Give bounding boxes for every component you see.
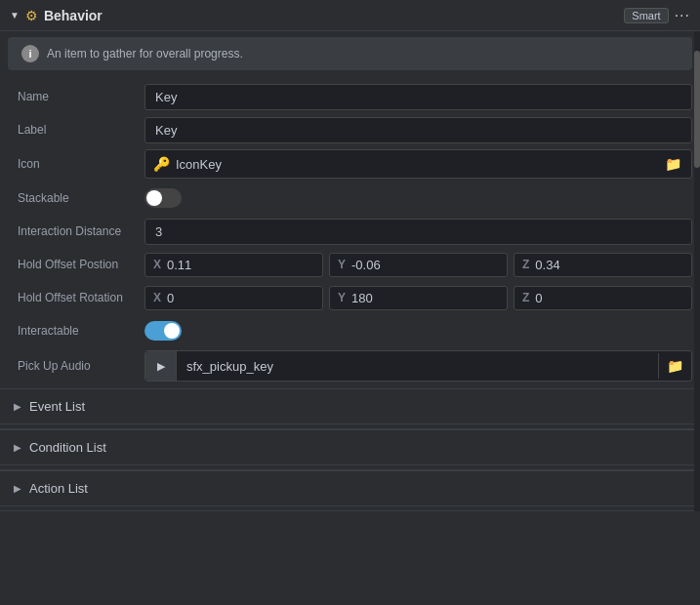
rotation-x-input[interactable] — [167, 291, 314, 305]
panel-header: ▼ ⚙ Behavior Smart ··· — [0, 0, 700, 31]
stackable-toggle-knob — [146, 190, 162, 206]
condition-list-header[interactable]: ▶ Condition List — [0, 429, 700, 465]
hold-offset-position-label: Hold Offset Postion — [8, 258, 144, 271]
interaction-distance-field-wrapper — [144, 219, 692, 245]
event-list-title: Event List — [29, 399, 85, 414]
action-list-section: ▶ Action List — [0, 470, 700, 511]
position-x-label: X — [153, 258, 161, 271]
position-x-field: X — [144, 253, 323, 277]
interaction-distance-label: Interaction Distance — [8, 224, 144, 238]
position-y-label: Y — [338, 258, 346, 271]
position-y-input[interactable] — [351, 258, 499, 272]
stackable-label: Stackable — [8, 191, 144, 205]
interactable-row: Interactable — [8, 314, 692, 347]
rotation-z-label: Z — [522, 291, 529, 304]
stackable-toggle[interactable] — [144, 188, 182, 208]
sections-container: ▶ Event List ▶ Condition List ▶ Action L… — [0, 388, 700, 511]
label-label: Label — [8, 123, 144, 137]
icon-field-wrapper: 🔑 IconKey 📁 — [144, 149, 692, 179]
label-input[interactable] — [144, 117, 692, 143]
rotation-y-label: Y — [338, 291, 346, 304]
stackable-row: Stackable — [8, 182, 692, 215]
pick-up-audio-field-wrapper: ▶ sfx_pickup_key 📁 — [144, 350, 692, 382]
event-list-arrow-icon: ▶ — [14, 401, 21, 412]
panel-title: Behavior — [44, 8, 618, 23]
name-row: Name — [8, 80, 692, 113]
name-field-wrapper — [144, 84, 692, 110]
rotation-z-input[interactable] — [535, 291, 683, 305]
label-row: Label — [8, 113, 692, 146]
rotation-y-input[interactable] — [351, 291, 499, 305]
interactable-toggle[interactable] — [144, 321, 182, 341]
interactable-label: Interactable — [8, 324, 144, 338]
condition-list-section: ▶ Condition List — [0, 429, 700, 470]
position-z-input[interactable] — [535, 258, 683, 272]
condition-list-arrow-icon: ▶ — [14, 442, 21, 453]
icon-preview: 🔑 — [153, 156, 170, 172]
icon-row: Icon 🔑 IconKey 📁 — [8, 146, 692, 182]
interactable-toggle-knob — [164, 323, 180, 339]
hold-offset-rotation-row: Hold Offset Rotation X Y Z — [8, 281, 692, 314]
stackable-toggle-wrapper — [144, 188, 692, 208]
interaction-distance-row: Interaction Distance — [8, 215, 692, 248]
position-y-field: Y — [329, 253, 508, 277]
behavior-icon: ⚙ — [25, 8, 38, 23]
info-text: An item to gather for overall progress. — [47, 47, 243, 60]
audio-folder-button[interactable]: 📁 — [658, 353, 691, 379]
condition-list-title: Condition List — [29, 440, 106, 455]
action-list-header[interactable]: ▶ Action List — [0, 470, 700, 506]
name-label: Name — [8, 90, 144, 103]
icon-name-text: IconKey — [176, 157, 657, 172]
rotation-y-field: Y — [329, 286, 508, 310]
rotation-x-label: X — [153, 291, 161, 304]
event-list-section: ▶ Event List — [0, 388, 700, 429]
rotation-z-field: Z — [514, 286, 692, 310]
pick-up-audio-label: Pick Up Audio — [8, 359, 144, 373]
action-list-title: Action List — [29, 481, 88, 496]
scrollbar-thumb[interactable] — [694, 51, 700, 168]
interaction-distance-input[interactable] — [144, 219, 692, 245]
event-list-header[interactable]: ▶ Event List — [0, 388, 700, 424]
smart-badge: Smart — [624, 8, 668, 23]
name-input[interactable] — [144, 84, 692, 110]
hold-offset-rotation-label: Hold Offset Rotation — [8, 291, 144, 304]
position-x-input[interactable] — [167, 258, 314, 272]
info-icon: i — [21, 45, 39, 62]
hold-offset-rotation-fields: X Y Z — [144, 286, 692, 310]
hold-offset-position-fields: X Y Z — [144, 253, 692, 277]
label-field-wrapper — [144, 117, 692, 143]
more-options-icon[interactable]: ··· — [675, 7, 690, 24]
action-list-arrow-icon: ▶ — [14, 483, 21, 494]
icon-label: Icon — [8, 157, 144, 171]
scrollbar-track[interactable] — [694, 31, 700, 511]
collapse-arrow-icon[interactable]: ▼ — [10, 10, 20, 20]
position-z-label: Z — [522, 258, 529, 271]
pick-up-audio-row: Pick Up Audio ▶ sfx_pickup_key 📁 — [8, 347, 692, 384]
audio-play-button[interactable]: ▶ — [145, 351, 177, 381]
icon-folder-button[interactable]: 📁 — [663, 154, 683, 174]
position-z-field: Z — [514, 253, 692, 277]
hold-offset-position-row: Hold Offset Postion X Y Z — [8, 248, 692, 281]
interactable-toggle-wrapper — [144, 321, 692, 341]
form-container: Name Label Icon 🔑 IconKey 📁 — [0, 76, 700, 388]
rotation-x-field: X — [144, 286, 323, 310]
info-bar: i An item to gather for overall progress… — [8, 37, 692, 70]
audio-file-name: sfx_pickup_key — [177, 354, 658, 379]
